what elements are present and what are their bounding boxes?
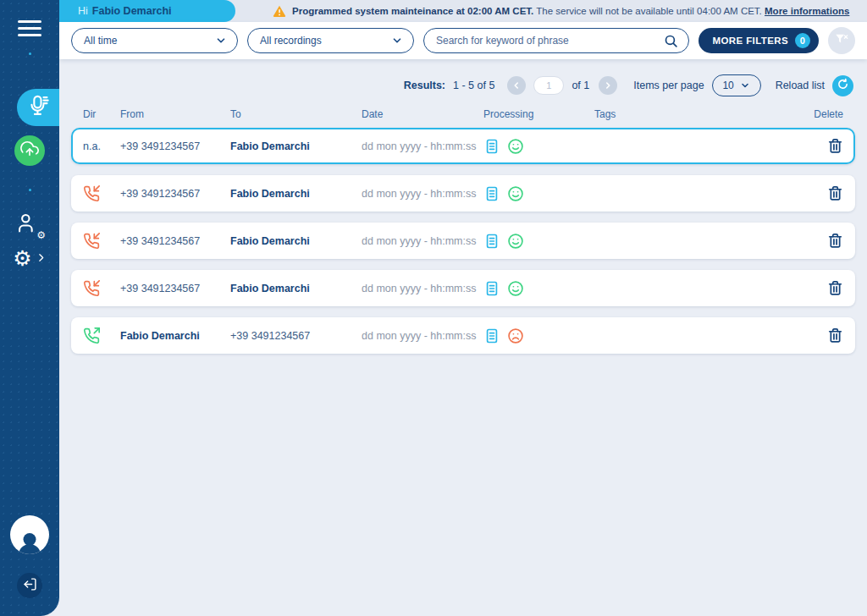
chevron-down-icon [391, 35, 403, 47]
trash-icon[interactable] [827, 280, 843, 296]
from-cell: +39 3491234567 [120, 188, 230, 200]
trash-icon[interactable] [827, 185, 843, 201]
results-toolbar: Results: 1 - 5 of 5 1 of 1 Items per pag… [71, 74, 853, 96]
transcript-icon[interactable] [483, 185, 500, 202]
column-header-dir: Dir [83, 108, 120, 120]
search-icon[interactable] [664, 34, 678, 48]
refresh-icon [837, 78, 849, 93]
sentiment-positive-icon[interactable] [507, 233, 524, 250]
to-cell: +39 3491234567 [230, 330, 362, 342]
clear-filters-button-disabled [828, 27, 855, 54]
items-per-page-dropdown[interactable]: 10 [712, 74, 761, 96]
sidebar-separator-dot [29, 52, 31, 55]
column-header-tags: Tags [594, 108, 801, 120]
trash-icon[interactable] [827, 327, 843, 344]
sidebar-item-recordings[interactable] [17, 89, 59, 126]
date-cell: dd mon yyyy - hh:mm:ss [362, 188, 483, 200]
recordings-filter-dropdown[interactable]: All recordings [247, 28, 414, 53]
trash-icon[interactable] [827, 138, 843, 154]
time-filter-value: All time [84, 35, 117, 47]
avatar-shoulders [19, 544, 41, 554]
recording-row[interactable]: +39 3491234567 Fabio Demarchi dd mon yyy… [71, 270, 855, 306]
main-area: Hi Fabio Demarchi Programmed system main… [59, 0, 867, 616]
sidebar: ⚙ ⚙ [0, 0, 59, 616]
from-cell: Fabio Demarchi [120, 330, 230, 342]
sentiment-positive-icon[interactable] [507, 138, 524, 155]
sidebar-item-settings[interactable]: ⚙ [13, 248, 46, 269]
transcript-icon[interactable] [483, 327, 500, 344]
sidebar-item-upload[interactable] [14, 135, 45, 166]
to-cell: Fabio Demarchi [230, 140, 362, 152]
sentiment-positive-icon[interactable] [507, 185, 524, 202]
transcript-icon[interactable] [483, 138, 500, 155]
date-cell: dd mon yyyy - hh:mm:ss [362, 235, 483, 247]
chevron-right-icon [36, 251, 47, 267]
cloud-upload-icon [20, 140, 39, 162]
greeting-badge: Hi Fabio Demarchi [59, 0, 235, 22]
reload-list-label: Reload list [776, 80, 825, 91]
delete-cell [801, 233, 843, 249]
column-header-delete: Delete [801, 108, 843, 120]
greeting-hi: Hi [78, 5, 88, 17]
delete-cell [801, 280, 843, 296]
processing-cell [483, 233, 594, 250]
direction-cell [83, 185, 120, 202]
app-window: ⚙ ⚙ [0, 0, 867, 616]
more-informations-link[interactable]: More informations [765, 6, 849, 16]
search-input[interactable] [436, 35, 664, 47]
recording-row[interactable]: n.a. +39 3491234567 Fabio Demarchi dd mo… [71, 128, 855, 164]
filter-bar: All time All recordings MORE FILTERS 0 [59, 22, 867, 59]
sidebar-separator-dot [29, 189, 31, 191]
recording-row[interactable]: Fabio Demarchi +39 3491234567 dd mon yyy… [71, 317, 855, 354]
to-cell: Fabio Demarchi [230, 283, 362, 294]
recording-row[interactable]: +39 3491234567 Fabio Demarchi dd mon yyy… [71, 175, 855, 212]
transcript-icon[interactable] [483, 280, 500, 297]
reload-list-button[interactable] [832, 75, 853, 96]
chevron-down-icon [740, 80, 750, 91]
previous-page-button[interactable] [507, 76, 526, 95]
trash-icon[interactable] [827, 233, 843, 249]
hamburger-menu-icon[interactable] [18, 20, 41, 41]
next-page-button[interactable] [599, 76, 617, 95]
column-header-date: Date [362, 108, 483, 120]
direction-cell [83, 327, 120, 344]
items-per-page-label: Items per page [633, 80, 704, 91]
maintenance-text-bold: Programmed system mainteinance at 02:00 … [292, 6, 533, 16]
current-page-indicator: 1 [533, 76, 564, 95]
delete-cell [801, 327, 843, 344]
date-cell: dd mon yyyy - hh:mm:ss [362, 330, 483, 342]
direction-cell [83, 280, 120, 297]
funnel-x-icon [834, 31, 849, 50]
delete-cell [801, 138, 843, 154]
incoming-call-icon [83, 233, 100, 250]
direction-cell: n.a. [83, 140, 120, 152]
delete-cell [801, 185, 843, 201]
chevron-down-icon [215, 35, 227, 47]
from-cell: +39 3491234567 [120, 140, 230, 152]
processing-cell [483, 138, 594, 155]
recordings-list: n.a. +39 3491234567 Fabio Demarchi dd mo… [71, 128, 855, 354]
recording-row[interactable]: +39 3491234567 Fabio Demarchi dd mon yyy… [71, 223, 855, 259]
search-box [423, 28, 689, 53]
from-cell: +39 3491234567 [120, 283, 230, 294]
top-banner: Hi Fabio Demarchi Programmed system main… [59, 0, 867, 22]
more-filters-button[interactable]: MORE FILTERS 0 [699, 28, 819, 53]
greeting-username: Fabio Demarchi [92, 5, 172, 17]
time-filter-dropdown[interactable]: All time [71, 28, 238, 53]
results-range: 1 - 5 of 5 [453, 80, 494, 91]
transcript-icon[interactable] [483, 233, 500, 250]
mini-gear-icon: ⚙ [36, 230, 46, 240]
content-area: Results: 1 - 5 of 5 1 of 1 Items per pag… [59, 59, 867, 616]
microphone-transcript-icon [26, 94, 50, 121]
column-header-to: To [230, 108, 362, 120]
user-avatar[interactable] [10, 515, 49, 554]
column-header-processing: Processing [483, 108, 594, 120]
sentiment-negative-icon[interactable] [507, 327, 524, 344]
results-label: Results: [404, 80, 445, 91]
maintenance-text-regular: The service will not be available until … [536, 6, 762, 16]
sidebar-item-account-settings[interactable]: ⚙ [16, 212, 43, 239]
recordings-filter-value: All recordings [260, 35, 322, 47]
from-cell: +39 3491234567 [120, 235, 230, 247]
logout-button[interactable] [17, 573, 42, 598]
sentiment-positive-icon[interactable] [507, 280, 524, 297]
